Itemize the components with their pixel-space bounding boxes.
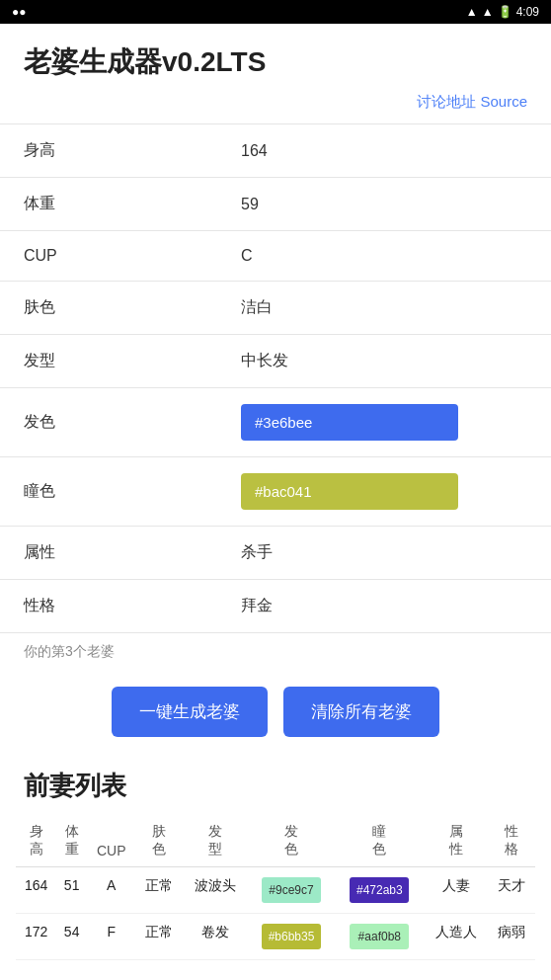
attribute-row: 性格拜金 [0,580,551,633]
status-dots: ●● [12,5,27,19]
attribute-label: CUP [0,231,217,282]
ex-table-cell: #b6bb35 [247,914,335,960]
app-title: 老婆生成器v0.2LTS [24,43,527,81]
source-link-container: 讨论地址 Source [0,89,551,123]
attributes-table: 身高164体重59CUPC肤色洁白发型中长发发色#3e6bee瞳色#bac041… [0,123,551,633]
attribute-row: 瞳色#bac041 [0,457,551,527]
ex-table-header: 瞳色 [336,815,424,867]
attribute-label: 肤色 [0,282,217,335]
ex-table-cell: 51 [56,867,87,914]
attribute-row: 属性杀手 [0,527,551,580]
ex-table-cell: 172 [16,914,56,960]
attribute-row: CUPC [0,231,551,282]
attribute-label: 瞳色 [0,457,217,527]
ex-table-row: 16451A正常波波头#9ce9c7#472ab3人妻天才 [16,867,535,914]
ex-table-wrap: 身高体重CUP肤色发型发色瞳色属性性格 16451A正常波波头#9ce9c7#4… [0,815,551,980]
time-display: 4:09 [516,5,539,19]
attribute-value: 洁白 [217,282,551,335]
ex-table-header: 性格 [489,815,535,867]
clear-button[interactable]: 清除所有老婆 [283,687,439,737]
ex-table: 身高体重CUP肤色发型发色瞳色属性性格 16451A正常波波头#9ce9c7#4… [16,815,535,960]
battery-icon: 🔋 [498,5,512,19]
ex-table-cell: 54 [56,914,87,960]
attribute-row: 发型中长发 [0,335,551,388]
attribute-label: 性格 [0,580,217,633]
ex-table-header: CUP [87,815,135,867]
attribute-row: 肤色洁白 [0,282,551,335]
attribute-label: 体重 [0,178,217,231]
ex-table-row: 17254F正常卷发#b6bb35#aaf0b8人造人病弱 [16,914,535,960]
ex-table-cell: 天才 [489,867,535,914]
button-row: 一键生成老婆 清除所有老婆 [0,671,551,761]
attribute-value: 164 [217,124,551,178]
attribute-value: 59 [217,178,551,231]
signal-icon: ▲ [482,5,494,19]
app-header: 老婆生成器v0.2LTS [0,24,551,89]
ex-table-header: 肤色 [135,815,182,867]
ex-table-header: 体重 [56,815,87,867]
ex-table-cell: 人造人 [424,914,489,960]
attribute-value: #3e6bee [217,388,551,457]
ex-table-cell: 波波头 [183,867,248,914]
attribute-label: 发型 [0,335,217,388]
attribute-row: 体重59 [0,178,551,231]
attribute-value: 拜金 [217,580,551,633]
attribute-value: #bac041 [217,457,551,527]
ex-table-header: 身高 [16,815,56,867]
ex-table-cell: F [87,914,135,960]
generate-button[interactable]: 一键生成老婆 [112,687,268,737]
ex-table-cell: 正常 [135,867,182,914]
attribute-label: 身高 [0,124,217,178]
wifi-icon: ▲ [466,5,478,19]
source-link[interactable]: 讨论地址 Source [417,93,527,110]
ex-table-cell: 164 [16,867,56,914]
ex-table-header: 发型 [183,815,248,867]
attribute-value: C [217,231,551,282]
status-bar: ●● ▲ ▲ 🔋 4:09 [0,0,551,24]
attribute-row: 身高164 [0,124,551,178]
ex-table-header: 发色 [247,815,335,867]
status-icons: ▲ ▲ 🔋 4:09 [466,5,539,19]
attribute-label: 属性 [0,527,217,580]
attribute-row: 发色#3e6bee [0,388,551,457]
ex-table-cell: #472ab3 [336,867,424,914]
attribute-value: 中长发 [217,335,551,388]
ex-table-cell: 卷发 [183,914,248,960]
attribute-label: 发色 [0,388,217,457]
wife-count: 你的第3个老婆 [0,633,551,671]
ex-table-cell: #9ce9c7 [247,867,335,914]
attribute-value: 杀手 [217,527,551,580]
ex-section-title: 前妻列表 [0,761,551,815]
ex-table-header: 属性 [424,815,489,867]
ex-table-cell: 正常 [135,914,182,960]
ex-table-cell: 人妻 [424,867,489,914]
ex-table-cell: #aaf0b8 [336,914,424,960]
ex-table-cell: A [87,867,135,914]
ex-table-cell: 病弱 [489,914,535,960]
